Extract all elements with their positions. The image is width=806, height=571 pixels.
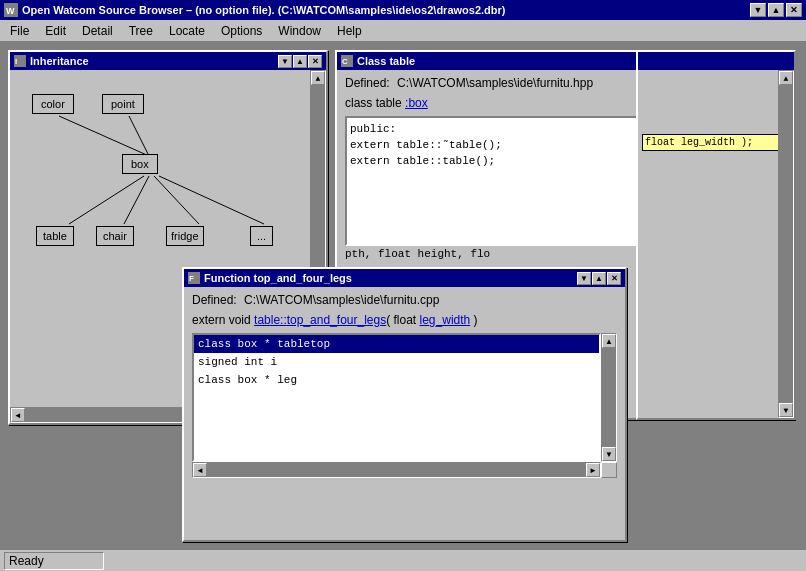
function-func-link: top_and_four_legs [287, 313, 386, 327]
app-title: Open Watcom Source Browser – (no option … [22, 4, 505, 16]
svg-line-4 [59, 116, 149, 156]
function-defined-path: C:\WATCOM\samples\ide\furnitu.cpp [244, 293, 439, 307]
function-title-buttons: ▼ ▲ ✕ [577, 272, 621, 285]
class-link[interactable]: :box [405, 96, 428, 110]
function-vars-listbox-wrapper: class box * tabletop signed int i class … [192, 333, 617, 478]
menu-tree[interactable]: Tree [121, 22, 161, 40]
classtable-icon: C [341, 55, 353, 67]
function-close[interactable]: ✕ [607, 272, 621, 285]
minimize-button[interactable]: ▼ [750, 3, 766, 17]
status-panel: Ready [4, 552, 104, 570]
app-icon: W [4, 3, 18, 17]
var-item-2[interactable]: class box * leg [194, 371, 599, 389]
function-param-link[interactable]: leg_width [420, 313, 471, 327]
classtable-title-label: Class table [357, 55, 415, 67]
node-table[interactable]: table [36, 226, 74, 246]
menu-bar: File Edit Detail Tree Locate Options Win… [0, 20, 806, 42]
inheritance-title-buttons: ▼ ▲ ✕ [278, 55, 322, 68]
right-partial-body: float leg_width ); [638, 70, 794, 155]
node-chair[interactable]: chair [96, 226, 134, 246]
node-partial[interactable]: ... [250, 226, 273, 246]
svg-line-7 [124, 176, 149, 224]
mdi-area: I Inheritance ▼ ▲ ✕ [0, 42, 806, 566]
menu-options[interactable]: Options [213, 22, 270, 40]
status-text: Ready [9, 554, 44, 568]
menu-window[interactable]: Window [270, 22, 329, 40]
vars-hscroll-right[interactable]: ► [586, 463, 600, 477]
function-defined: Defined: C:\WATCOM\samples\ide\furnitu.c… [192, 293, 617, 307]
svg-text:C: C [342, 57, 348, 66]
svg-line-5 [129, 116, 149, 156]
var-item-0[interactable]: class box * tabletop [194, 335, 599, 353]
function-minimize[interactable]: ▼ [577, 272, 591, 285]
vars-hscroll-left[interactable]: ◄ [193, 463, 207, 477]
node-color[interactable]: color [32, 94, 74, 114]
svg-text:I: I [15, 57, 17, 66]
node-point[interactable]: point [102, 94, 144, 114]
function-title-label: Function top_and_four_legs [204, 272, 352, 284]
right-partial-code: float leg_width ); [642, 134, 790, 151]
menu-help[interactable]: Help [329, 22, 370, 40]
vars-hscroll-track[interactable] [207, 463, 586, 477]
right-partial-vscroll[interactable]: ▲ ▼ [778, 70, 794, 418]
function-class-link[interactable]: table:: [254, 313, 287, 327]
svg-line-8 [154, 176, 199, 224]
function-window: F Function top_and_four_legs ▼ ▲ ✕ Defin… [182, 267, 627, 542]
function-body: Defined: C:\WATCOM\samples\ide\furnitu.c… [184, 287, 625, 540]
function-vars-vscroll[interactable]: ▲ ▼ [601, 333, 617, 462]
inheritance-title-label: Inheritance [30, 55, 89, 67]
vscroll-up[interactable]: ▲ [311, 71, 325, 85]
inheritance-icon: I [14, 55, 26, 67]
var-item-1[interactable]: signed int i [194, 353, 599, 371]
function-vars-listbox[interactable]: class box * tabletop signed int i class … [192, 333, 601, 462]
svg-text:F: F [189, 274, 194, 283]
function-icon: F [188, 272, 200, 284]
maximize-button[interactable]: ▲ [768, 3, 784, 17]
close-button[interactable]: ✕ [786, 3, 802, 17]
menu-locate[interactable]: Locate [161, 22, 213, 40]
right-partial-titlebar [638, 52, 794, 70]
classtable-defined-path: C:\WATCOM\samples\ide\furnitu.hpp [397, 76, 593, 90]
menu-file[interactable]: File [2, 22, 37, 40]
menu-edit[interactable]: Edit [37, 22, 74, 40]
inheritance-minimize[interactable]: ▼ [278, 55, 292, 68]
vars-vscroll-up[interactable]: ▲ [602, 334, 616, 348]
vars-vscroll-track[interactable] [602, 348, 616, 447]
status-bar: Ready [0, 549, 806, 571]
function-prototype: extern void table::top_and_four_legs( fl… [192, 313, 617, 327]
function-vars-hscroll[interactable]: ◄ ► [192, 462, 601, 478]
inheritance-title-bar[interactable]: I Inheritance ▼ ▲ ✕ [10, 52, 326, 70]
class-label: class table [345, 96, 402, 110]
vars-scroll-corner [601, 462, 617, 478]
node-fridge[interactable]: fridge [166, 226, 204, 246]
title-bar-buttons: ▼ ▲ ✕ [750, 3, 802, 17]
rp-vscroll-down[interactable]: ▼ [779, 403, 793, 417]
svg-line-6 [69, 176, 144, 224]
menu-detail[interactable]: Detail [74, 22, 121, 40]
function-title-bar[interactable]: F Function top_and_four_legs ▼ ▲ ✕ [184, 269, 625, 287]
hscroll-left[interactable]: ◄ [11, 408, 25, 422]
inheritance-maximize[interactable]: ▲ [293, 55, 307, 68]
node-box[interactable]: box [122, 154, 158, 174]
inheritance-close[interactable]: ✕ [308, 55, 322, 68]
svg-line-9 [159, 176, 264, 224]
svg-text:W: W [6, 6, 15, 16]
right-partial-window: float leg_width ); ▲ ▼ [636, 50, 796, 420]
vars-vscroll-down[interactable]: ▼ [602, 447, 616, 461]
title-bar: W Open Watcom Source Browser – (no optio… [0, 0, 806, 20]
function-maximize[interactable]: ▲ [592, 272, 606, 285]
rp-vscroll-up[interactable]: ▲ [779, 71, 793, 85]
